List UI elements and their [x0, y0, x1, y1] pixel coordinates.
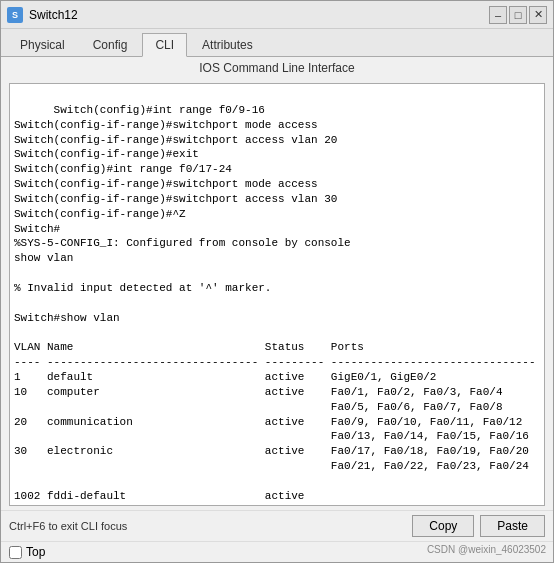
- status-bar: Ctrl+F6 to exit CLI focus Copy Paste: [1, 510, 553, 541]
- paste-button[interactable]: Paste: [480, 515, 545, 537]
- minimize-button[interactable]: –: [489, 6, 507, 24]
- titlebar: S Switch12 – □ ✕: [1, 1, 553, 29]
- top-label: Top: [26, 545, 45, 559]
- watermark: CSDN @weixin_46023502: [427, 544, 546, 555]
- close-button[interactable]: ✕: [529, 6, 547, 24]
- maximize-button[interactable]: □: [509, 6, 527, 24]
- tab-physical[interactable]: Physical: [7, 33, 78, 56]
- cli-container: Switch(config)#int range f0/9-16 Switch(…: [1, 79, 553, 510]
- tabs-bar: Physical Config CLI Attributes: [1, 29, 553, 57]
- status-text: Ctrl+F6 to exit CLI focus: [9, 520, 412, 532]
- tab-config[interactable]: Config: [80, 33, 141, 56]
- copy-button[interactable]: Copy: [412, 515, 474, 537]
- panel-title: IOS Command Line Interface: [1, 57, 553, 79]
- top-checkbox[interactable]: [9, 546, 22, 559]
- main-window: S Switch12 – □ ✕ Physical Config CLI Att…: [0, 0, 554, 563]
- top-checkbox-wrapper: Top: [9, 545, 45, 559]
- window-title: Switch12: [29, 8, 489, 22]
- tab-cli[interactable]: CLI: [142, 33, 187, 57]
- titlebar-buttons: – □ ✕: [489, 6, 547, 24]
- cli-terminal[interactable]: Switch(config)#int range f0/9-16 Switch(…: [9, 83, 545, 506]
- window-icon: S: [7, 7, 23, 23]
- action-buttons: Copy Paste: [412, 515, 545, 537]
- tab-attributes[interactable]: Attributes: [189, 33, 266, 56]
